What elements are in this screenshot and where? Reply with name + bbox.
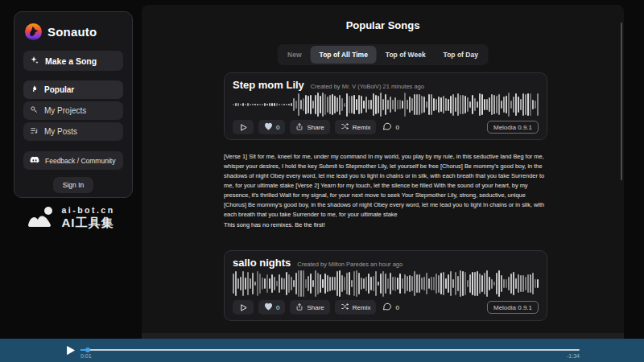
no-remixes-note: This song has no remixes. Be the first!: [224, 221, 547, 228]
tab-top-of-week[interactable]: Top of Week: [377, 46, 435, 64]
discord-icon: [30, 156, 39, 166]
comments-button[interactable]: 0: [381, 300, 400, 315]
comment-count: 0: [395, 304, 398, 311]
ai-bot-watermark: ai-bot.cn AI工具集: [0, 204, 142, 232]
microphone-icon: [30, 105, 39, 116]
remix-label: Remix: [353, 124, 371, 131]
play-button[interactable]: [233, 120, 254, 134]
shuffle-icon: [341, 302, 349, 312]
remix-button[interactable]: Remix: [335, 300, 377, 315]
song-lyrics: [Verse 1] Sit for me, kneel for me, unde…: [224, 152, 547, 220]
sign-in-label: Sign In: [63, 181, 84, 189]
song-card: sallo nights Created by Milton Paredes a…: [224, 250, 547, 321]
vertical-scrollbar[interactable]: [621, 23, 622, 180]
watermark-text: ai-bot.cn AI工具集: [61, 205, 114, 231]
song-actions: 0 Share Remix 0 Melodia 0.9.1: [233, 300, 539, 315]
player-progress-handle[interactable]: [85, 348, 90, 352]
app-title: Sonauto: [47, 25, 97, 39]
sidebar-item-popular[interactable]: Popular: [23, 80, 123, 99]
sparkles-icon: [30, 56, 39, 67]
like-count: 0: [276, 304, 279, 311]
remix-button[interactable]: Remix: [335, 120, 377, 134]
comment-count: 0: [395, 124, 398, 131]
player-progress-track[interactable]: [80, 349, 580, 351]
waveform[interactable]: [233, 93, 539, 117]
play-button[interactable]: [233, 300, 254, 315]
watermark-cn-name: AI工具集: [61, 216, 114, 231]
audio-player-bar: 0:01 -1:34: [0, 339, 644, 362]
comment-icon: [382, 302, 392, 313]
like-count: 0: [276, 124, 279, 131]
sonauto-logo-icon: [25, 23, 42, 40]
elapsed-time: 0:01: [80, 353, 92, 359]
tab-bar: New Top of All Time Top of Week Top of D…: [277, 44, 489, 65]
watermark-domain: ai-bot.cn: [61, 205, 114, 215]
flame-icon: [30, 84, 39, 95]
sidebar-nav: Popular My Projects My Posts: [23, 80, 123, 141]
comment-icon: [382, 121, 392, 133]
sidebar-item-my-projects[interactable]: My Projects: [23, 101, 123, 120]
horizontal-scrollbar-track[interactable]: [142, 333, 624, 339]
share-button[interactable]: Share: [290, 300, 329, 315]
comments-button[interactable]: 0: [381, 120, 400, 134]
remaining-time: -1:34: [554, 353, 580, 359]
ai-bot-logo-icon: [27, 204, 56, 232]
sidebar: Sonauto Make a Song Popular My Projects: [14, 11, 133, 198]
playlist-icon: [30, 126, 39, 137]
share-icon: [295, 122, 303, 133]
song-byline: Created by Milton Paredes an hour ago: [297, 261, 402, 268]
shuffle-icon: [341, 122, 349, 132]
sidebar-item-label: My Posts: [44, 127, 77, 136]
feedback-label: Feedback / Community: [45, 157, 115, 165]
app-window: Sonauto Make a Song Popular My Projects: [0, 0, 644, 362]
song-title[interactable]: Step mom Lily: [233, 79, 304, 91]
song-title[interactable]: sallo nights: [233, 257, 291, 269]
make-a-song-button[interactable]: Make a Song: [23, 51, 123, 71]
like-button[interactable]: 0: [258, 120, 285, 134]
tab-new[interactable]: New: [279, 46, 310, 64]
waveform[interactable]: [233, 270, 539, 297]
song-card: Step mom Lily Created by Mr. V (YoBoiV) …: [224, 72, 547, 140]
model-version-badge: Melodia 0.9.1: [487, 121, 539, 134]
share-label: Share: [307, 124, 324, 131]
brand-row: Sonauto: [25, 23, 123, 40]
remix-label: Remix: [353, 304, 371, 311]
song-byline: Created by Mr. V (YoBoiV) 21 minutes ago: [311, 83, 424, 90]
share-icon: [295, 302, 303, 313]
make-a-song-label: Make a Song: [45, 56, 97, 66]
heart-icon: [264, 302, 273, 312]
sidebar-item-label: Popular: [44, 85, 74, 94]
sign-in-button[interactable]: Sign In: [53, 177, 93, 193]
player-play-button[interactable]: [64, 344, 76, 356]
share-label: Share: [307, 304, 324, 311]
page-title: Popular Songs: [142, 19, 624, 31]
song-actions: 0 Share Remix 0 Melodia 0.9.1: [233, 120, 539, 134]
main-content: Popular Songs New Top of All Time Top of…: [142, 5, 624, 339]
share-button[interactable]: Share: [290, 120, 329, 134]
heart-icon: [264, 122, 273, 132]
sidebar-item-my-posts[interactable]: My Posts: [23, 122, 123, 141]
tab-top-of-all-time[interactable]: Top of All Time: [311, 46, 377, 64]
tab-top-of-day[interactable]: Top of Day: [435, 46, 487, 64]
feedback-community-button[interactable]: Feedback / Community: [23, 151, 123, 170]
model-version-badge: Melodia 0.9.1: [487, 301, 539, 314]
like-button[interactable]: 0: [258, 300, 285, 315]
sidebar-item-label: My Projects: [44, 106, 86, 115]
